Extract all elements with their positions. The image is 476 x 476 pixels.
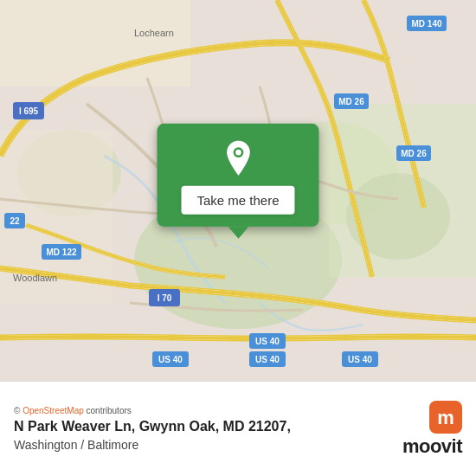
moovit-logo: m moovit	[402, 401, 462, 458]
svg-text:US 40: US 40	[255, 355, 280, 364]
osm-suffix: contributors	[84, 406, 132, 415]
svg-text:Lochearn: Lochearn	[134, 28, 174, 38]
svg-text:MD 26: MD 26	[338, 97, 364, 106]
svg-text:m: m	[437, 407, 454, 428]
popup-overlay: Take me there	[157, 124, 318, 239]
svg-text:US 40: US 40	[348, 355, 372, 364]
location-pin-icon	[219, 139, 257, 177]
svg-text:Woodlawn: Woodlawn	[13, 273, 57, 283]
footer: © OpenStreetMap contributors N Park Weav…	[0, 381, 476, 476]
osm-prefix: ©	[14, 406, 23, 415]
take-me-there-button[interactable]: Take me there	[181, 186, 294, 215]
footer-left: © OpenStreetMap contributors N Park Weav…	[14, 406, 291, 452]
svg-point-33	[235, 150, 241, 156]
svg-text:MD 26: MD 26	[401, 149, 427, 158]
osm-attribution: © OpenStreetMap contributors	[14, 406, 291, 415]
svg-text:US 40: US 40	[158, 355, 183, 364]
svg-text:MD 122: MD 122	[46, 248, 76, 257]
svg-text:22: 22	[10, 216, 20, 226]
city-line: Washington / Baltimore	[14, 438, 291, 452]
moovit-text: moovit	[402, 435, 462, 458]
popup-box: Take me there	[157, 124, 318, 227]
moovit-icon: m	[429, 401, 462, 434]
svg-point-5	[346, 173, 450, 260]
svg-text:US 40: US 40	[255, 337, 280, 346]
osm-link[interactable]: OpenStreetMap	[23, 406, 84, 415]
popup-caret	[228, 227, 248, 239]
address-line: N Park Weaver Ln, Gwynn Oak, MD 21207,	[14, 419, 291, 434]
map-container: Lochearn MD 140 MD 26 MD 26 I 695 MD 122…	[0, 0, 476, 381]
svg-text:I 695: I 695	[19, 106, 39, 116]
svg-text:MD 140: MD 140	[411, 19, 441, 29]
svg-text:I 70: I 70	[158, 293, 172, 303]
